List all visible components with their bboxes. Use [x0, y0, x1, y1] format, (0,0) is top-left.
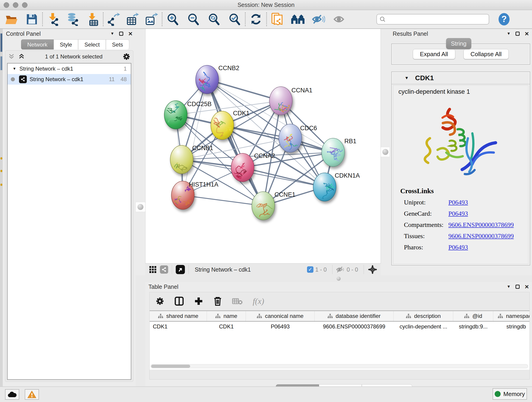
collection-expand-icon[interactable]: ▼ [13, 67, 16, 71]
network-node[interactable] [164, 100, 187, 129]
add-column-icon[interactable] [194, 297, 203, 306]
table-cell[interactable]: stringdb [493, 323, 530, 330]
selected-checkbox-icon[interactable]: ✓ [307, 266, 313, 273]
expand-all-icon[interactable] [18, 53, 25, 60]
tab-sets[interactable]: Sets [106, 39, 129, 50]
left-splitter[interactable] [136, 29, 145, 275]
fit-content-crosshair-icon[interactable] [367, 264, 378, 274]
expand-all-button[interactable]: Expand All [413, 49, 455, 59]
string-network-graph[interactable]: CCNB2CCNA1CDC25BCDK1CDC6RB1CCNB1CCNA2CDK… [146, 29, 381, 263]
splitter-handle[interactable] [135, 202, 146, 212]
hide-selected-icon[interactable] [311, 12, 326, 26]
table-cell[interactable]: 9606.ENSP00000378699 [315, 323, 394, 330]
crosslink-label: Tissues: [400, 232, 448, 240]
warning-button[interactable] [25, 389, 39, 400]
import-database-icon[interactable] [66, 12, 80, 26]
export-table-icon[interactable] [126, 12, 140, 26]
cloud-button[interactable] [5, 389, 19, 400]
show-columns-icon[interactable] [174, 296, 184, 306]
panel-close-icon[interactable]: × [128, 32, 133, 36]
crosslink-link[interactable]: P06493 [448, 199, 468, 206]
delete-column-icon[interactable] [213, 296, 222, 306]
collapse-all-icon[interactable] [8, 53, 15, 60]
refresh-layout-icon[interactable] [249, 12, 263, 26]
first-neighbors-icon[interactable] [291, 12, 305, 26]
table-cell[interactable]: CDK1 [150, 323, 207, 330]
crosslink-link[interactable]: P06493 [448, 244, 468, 251]
table-cell[interactable]: CDK1 [207, 323, 246, 330]
zoom-fit-icon[interactable] [207, 12, 221, 26]
panel-float-icon[interactable] [119, 32, 123, 36]
annotations-icon[interactable] [270, 12, 284, 26]
column-header[interactable]: shared name [150, 311, 207, 321]
crosslink-label: Uniprot: [400, 199, 448, 206]
panel-close-icon[interactable]: × [525, 285, 529, 289]
column-header[interactable]: canonical name [246, 311, 315, 321]
panel-close-icon[interactable]: × [525, 32, 529, 36]
collapse-all-button[interactable]: Collapse All [463, 49, 509, 59]
horizontal-splitter[interactable] [145, 275, 532, 282]
crosslink-link[interactable]: 9606.ENSP00000378699 [448, 221, 514, 229]
node-table[interactable]: shared namenamecanonical namedatabase id… [150, 311, 530, 370]
network-node[interactable] [269, 87, 292, 117]
table-cell[interactable]: cyclin-dependent ... [394, 323, 453, 330]
crosslink-link[interactable]: P06493 [448, 210, 468, 217]
panel-float-icon[interactable] [515, 32, 520, 36]
splitter-handle[interactable] [380, 147, 390, 157]
crosslink-link[interactable]: 9606.ENSP00000378699 [448, 232, 514, 240]
gene-entry-header[interactable]: ▼ CDK1 [392, 72, 530, 84]
zoom-in-icon[interactable] [166, 12, 180, 26]
help-icon[interactable]: ? [497, 12, 511, 26]
table-cell[interactable]: stringdb:9... [453, 323, 493, 330]
crosslink-row: GeneCard: P06493 [400, 210, 528, 217]
save-session-icon[interactable] [25, 12, 39, 26]
network-list: ▼ String Network – cdk1 1 String Network… [7, 63, 131, 380]
open-in-window-icon[interactable] [176, 265, 185, 274]
network-row[interactable]: String Network – cdk1 11 48 [7, 74, 131, 85]
horizontal-scrollbar[interactable] [151, 364, 528, 368]
results-panel: Results Panel ▼ × String Expand All Coll… [389, 29, 532, 275]
network-node[interactable] [322, 138, 345, 167]
panel-menu-icon[interactable]: ▼ [507, 284, 511, 289]
network-edge[interactable] [183, 80, 207, 195]
gene-collapse-icon[interactable]: ▼ [405, 76, 409, 80]
show-all-icon[interactable] [332, 12, 347, 26]
export-image-icon[interactable] [144, 12, 158, 26]
scrollbar-thumb[interactable] [151, 365, 190, 368]
table-cell[interactable]: P06493 [246, 323, 315, 330]
zoom-selected-icon[interactable] [228, 12, 242, 26]
panel-menu-icon[interactable]: ▼ [110, 32, 114, 36]
open-session-icon[interactable] [5, 12, 19, 26]
tab-network[interactable]: Network [21, 39, 54, 50]
table-row[interactable]: CDK1CDK1P064939606.ENSP00000378699cyclin… [150, 322, 530, 332]
title-bar: Session: New Session [0, 0, 532, 10]
memory-button[interactable]: Memory [493, 388, 527, 400]
column-header[interactable]: name [207, 311, 246, 321]
tab-select[interactable]: Select [78, 39, 106, 50]
column-header[interactable]: database identifier [315, 311, 394, 321]
table-settings-gear-icon[interactable] [156, 297, 164, 306]
tab-string[interactable]: String [446, 38, 471, 49]
search-box[interactable] [376, 14, 489, 25]
memory-status-dot [495, 391, 500, 397]
column-header[interactable]: namespace [493, 311, 530, 321]
column-header[interactable]: description [394, 311, 453, 321]
panel-float-icon[interactable] [515, 285, 520, 289]
tab-style[interactable]: Style [54, 39, 78, 50]
import-table-icon[interactable] [85, 12, 100, 26]
network-options-gear-icon[interactable] [123, 53, 130, 61]
splitter-handle[interactable] [336, 277, 341, 281]
network-edge[interactable] [183, 195, 263, 206]
network-view-canvas[interactable]: CCNB2CCNA1CDC25BCDK1CDC6RB1CCNB1CCNA2CDK… [145, 29, 381, 263]
zoom-out-icon[interactable] [186, 12, 201, 26]
column-header[interactable]: @id [453, 311, 493, 321]
export-network-icon[interactable] [107, 12, 121, 26]
network-node[interactable] [196, 65, 219, 94]
panel-menu-icon[interactable]: ▼ [507, 32, 511, 36]
search-input[interactable] [386, 16, 482, 22]
import-network-icon[interactable] [46, 12, 60, 26]
string-share-icon[interactable] [160, 265, 168, 274]
right-splitter[interactable] [381, 29, 390, 275]
network-collection-row[interactable]: ▼ String Network – cdk1 1 [7, 64, 131, 74]
grid-view-icon[interactable] [149, 266, 157, 274]
